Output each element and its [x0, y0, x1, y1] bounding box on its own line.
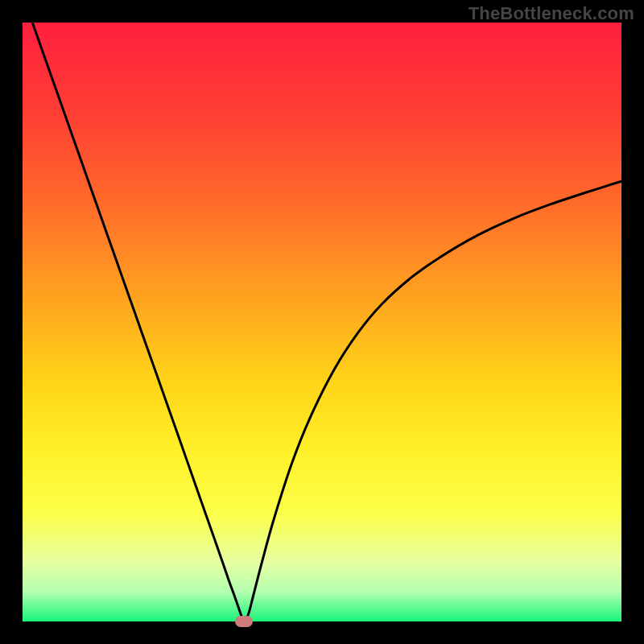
gradient-background [23, 23, 621, 621]
plot-area [23, 23, 621, 621]
watermark-text: TheBottleneck.com [469, 3, 634, 24]
chart-frame: TheBottleneck.com [0, 0, 644, 644]
bottleneck-plot [23, 23, 621, 621]
optimal-marker [235, 616, 253, 627]
